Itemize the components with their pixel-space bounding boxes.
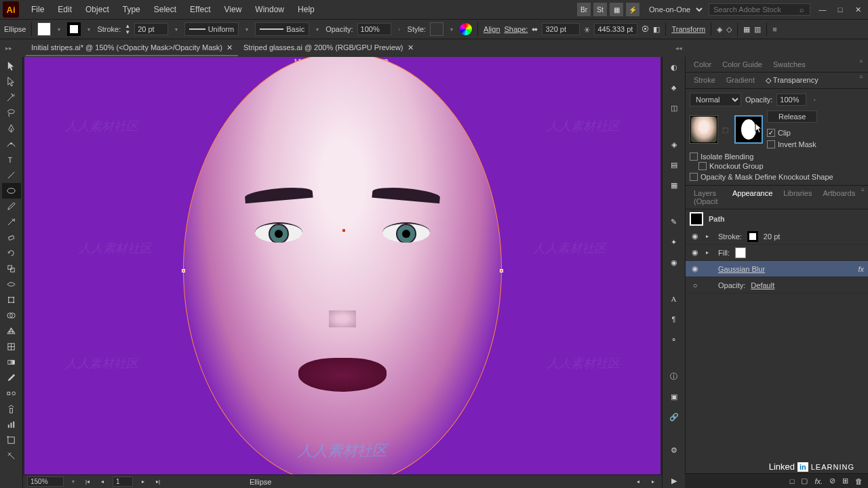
- properties-icon[interactable]: ◐: [667, 60, 682, 75]
- gpu-icon[interactable]: ⚡: [626, 3, 639, 16]
- tab-swatches[interactable]: Swatches: [768, 58, 811, 70]
- appearance-panel-menu[interactable]: ≡: [861, 187, 865, 207]
- mesh-tool[interactable]: [2, 339, 21, 354]
- brush-def[interactable]: Basic: [255, 22, 309, 36]
- menu-view[interactable]: View: [218, 2, 249, 17]
- close-button[interactable]: ✕: [850, 3, 865, 16]
- stroke-weight-input[interactable]: [134, 23, 168, 35]
- add-effect-icon[interactable]: fx.: [814, 477, 823, 485]
- fx-icon[interactable]: fx: [858, 265, 864, 273]
- clip-checkbox-row[interactable]: Clip: [767, 129, 817, 137]
- actions-gear-icon[interactable]: ⚙: [667, 446, 682, 455]
- appearance-opacity-row[interactable]: ○ Opacity: Default: [686, 277, 868, 293]
- clear-icon[interactable]: ⊘: [829, 476, 835, 485]
- pen-tool[interactable]: [2, 121, 21, 136]
- zoom-dd[interactable]: ▾: [69, 479, 77, 485]
- menu-object[interactable]: Object: [79, 2, 116, 17]
- opacity-visibility-icon[interactable]: ○: [690, 281, 701, 289]
- recolor-icon[interactable]: [460, 23, 472, 35]
- transparency-panel-menu[interactable]: ≡: [857, 74, 865, 87]
- shaper-tool[interactable]: [2, 214, 21, 230]
- transform-link[interactable]: Transform: [671, 25, 705, 33]
- tab-color[interactable]: Color: [688, 58, 717, 70]
- next-artboard[interactable]: ▸: [138, 477, 148, 487]
- symbols-icon[interactable]: ✦: [667, 235, 682, 249]
- blend-tool[interactable]: [2, 386, 21, 401]
- isolate-checkbox-row[interactable]: Isolate Blending: [690, 152, 864, 161]
- fill-swatch[interactable]: [37, 22, 51, 36]
- shape-link[interactable]: Shape:: [505, 25, 528, 33]
- stroke-dropdown[interactable]: ▾: [85, 26, 93, 33]
- scroll-right[interactable]: ▸: [648, 477, 658, 487]
- duplicate-icon[interactable]: ⊞: [842, 476, 848, 485]
- menu-window[interactable]: Window: [248, 2, 291, 17]
- paragraph-icon[interactable]: ◫: [667, 100, 682, 115]
- gradient-tool[interactable]: [2, 354, 21, 370]
- style-swatch[interactable]: [430, 22, 443, 36]
- slice-tool[interactable]: [2, 448, 21, 464]
- brushes-icon[interactable]: ✎: [667, 214, 682, 229]
- last-artboard[interactable]: ▸|: [153, 477, 163, 487]
- artwork-thumb[interactable]: [690, 115, 718, 144]
- workspace-switcher[interactable]: One-on-One: [644, 3, 705, 16]
- invert-checkbox-row[interactable]: Invert Mask: [767, 140, 817, 148]
- graph-tool[interactable]: [2, 417, 21, 432]
- delete-icon[interactable]: 🗑: [855, 477, 863, 485]
- mask-thumb[interactable]: [734, 115, 763, 144]
- graphic-styles-icon[interactable]: ◉: [667, 255, 682, 270]
- lasso-tool[interactable]: [2, 105, 21, 121]
- appearance-stroke-row[interactable]: ◉ ▸ Stroke: 20 pt: [686, 228, 868, 245]
- info-icon[interactable]: ⓘ: [667, 369, 682, 384]
- gaussian-visibility-icon[interactable]: ◉: [690, 264, 701, 273]
- ellipse-center-handle[interactable]: [342, 229, 345, 232]
- shape-builder-tool[interactable]: [2, 308, 21, 323]
- menu-effect[interactable]: Effect: [183, 2, 217, 17]
- align-link[interactable]: Align: [484, 25, 500, 33]
- tab-color-guide[interactable]: Color Guide: [717, 58, 768, 70]
- stroke-profile[interactable]: Uniform: [184, 22, 239, 36]
- shape-height-input[interactable]: [594, 23, 637, 35]
- tab-stroke[interactable]: Stroke: [688, 74, 721, 87]
- blend-mode-select[interactable]: Normal: [690, 93, 741, 106]
- character-icon[interactable]: ♣: [667, 80, 682, 95]
- appearance-gaussian-row[interactable]: ◉ Gaussian Blur fx: [686, 261, 868, 277]
- fill-row-swatch[interactable]: [735, 247, 746, 258]
- fill-expand-icon[interactable]: ▸: [706, 249, 713, 256]
- artboard-nav-input[interactable]: [113, 476, 133, 487]
- new-fill-icon[interactable]: □: [790, 477, 795, 485]
- handle-left[interactable]: [182, 269, 185, 272]
- scroll-left[interactable]: ◂: [633, 477, 643, 487]
- prev-artboard[interactable]: ◂: [98, 477, 107, 487]
- stock-icon[interactable]: St: [593, 3, 607, 16]
- stroke-expand-icon[interactable]: ▸: [706, 233, 713, 239]
- stroke-stepper[interactable]: ▲▼: [125, 23, 130, 35]
- tab-transparency[interactable]: ◇ Transparency: [760, 74, 824, 87]
- clip-checkbox[interactable]: [767, 129, 775, 137]
- align-px-icon[interactable]: ▥: [754, 25, 761, 34]
- shape-width-input[interactable]: [542, 23, 580, 35]
- tab-gradient[interactable]: Gradient: [721, 74, 760, 87]
- stroke-row-swatch[interactable]: [747, 231, 758, 242]
- free-transform-tool[interactable]: [2, 292, 21, 308]
- minimize-button[interactable]: —: [815, 3, 830, 16]
- paintbrush-tool[interactable]: [2, 199, 21, 214]
- shape-prop-icon[interactable]: ◧: [653, 25, 660, 34]
- stroke-weight-dd[interactable]: ▾: [172, 26, 180, 33]
- zoom-input[interactable]: [27, 476, 64, 487]
- menu-select[interactable]: Select: [147, 2, 183, 17]
- color-panel-menu[interactable]: ≡: [857, 58, 865, 70]
- invert-checkbox[interactable]: [767, 140, 775, 148]
- curvature-tool[interactable]: [2, 136, 21, 152]
- artboard-tool[interactable]: [2, 432, 21, 448]
- opacity-input[interactable]: [357, 23, 391, 35]
- eraser-tool[interactable]: [2, 230, 21, 245]
- fill-visibility-icon[interactable]: ◉: [690, 248, 701, 257]
- new-stroke-icon[interactable]: ▢: [801, 476, 808, 485]
- line-tool[interactable]: [2, 167, 21, 183]
- tab-appearance[interactable]: Appearance: [727, 187, 778, 207]
- tab-libraries[interactable]: Libraries: [778, 187, 817, 207]
- appearance-fill-row[interactable]: ◉ ▸ Fill:: [686, 245, 868, 261]
- tab-collapse2-icon[interactable]: ◂◂: [675, 45, 682, 52]
- isolate2-icon[interactable]: ◇: [726, 25, 732, 34]
- magic-wand-tool[interactable]: [2, 89, 21, 105]
